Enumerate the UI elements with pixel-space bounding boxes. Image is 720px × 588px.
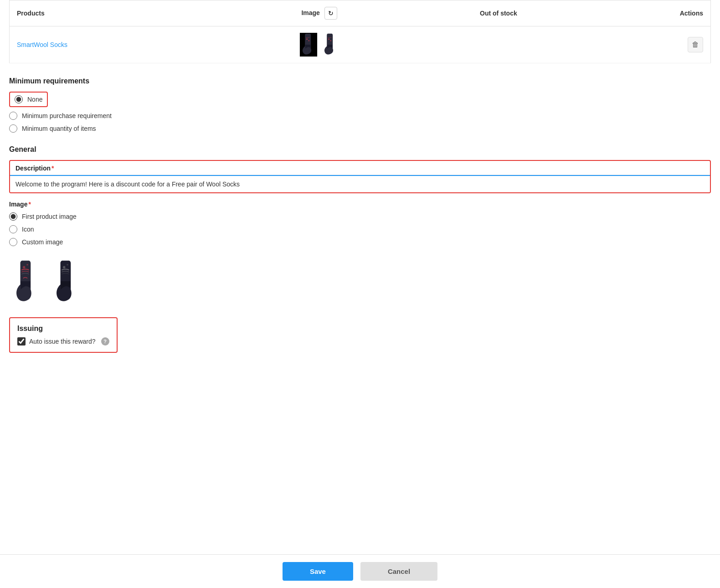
image-section: Image* First product image Icon Custom i… [9, 201, 711, 246]
svg-point-7 [26, 264, 28, 266]
col-out-of-stock: Out of stock [413, 0, 584, 26]
general-section: General Description* Image* First produc… [9, 145, 711, 304]
col-products: Products [10, 0, 226, 26]
save-button[interactable]: Save [283, 562, 353, 581]
delete-icon: 🗑 [692, 41, 699, 49]
svg-point-6 [23, 266, 25, 268]
delete-product-button[interactable]: 🗑 [688, 37, 703, 52]
out-of-stock-cell [413, 26, 584, 63]
auto-issue-checkbox[interactable] [17, 337, 26, 346]
radio-min-quantity-label: Minimum quantity of items [22, 125, 96, 132]
radio-custom-image-input[interactable] [9, 238, 17, 246]
svg-point-1 [306, 38, 307, 40]
table-row: SmartWool Socks [10, 26, 711, 63]
radio-icon[interactable]: Icon [9, 225, 711, 233]
sock-image-left [298, 33, 319, 57]
radio-custom-image-label: Custom image [22, 238, 63, 246]
radio-min-quantity-input[interactable] [9, 124, 17, 133]
radio-first-product-image-label: First product image [22, 213, 77, 220]
col-actions: Actions [584, 0, 711, 26]
description-field: Description* [9, 160, 711, 193]
radio-custom-image[interactable]: Custom image [9, 238, 711, 246]
actions-cell: 🗑 [584, 26, 711, 63]
issuing-box: Issuing Auto issue this reward? ? [9, 317, 118, 353]
radio-min-purchase-label: Minimum purchase requirement [22, 112, 112, 119]
help-icon[interactable]: ? [101, 337, 109, 346]
svg-point-9 [67, 264, 68, 266]
image-radio-group: First product image Icon Custom image [9, 212, 711, 246]
auto-issue-label: Auto issue this reward? [29, 338, 96, 345]
radio-first-product-image[interactable]: First product image [9, 212, 711, 221]
description-label: Description* [10, 161, 710, 175]
refresh-icon: ↻ [328, 10, 334, 17]
svg-point-4 [328, 38, 329, 40]
col-image: Image ↻ [226, 0, 412, 26]
product-image-cell [226, 26, 412, 63]
product-image-container [233, 33, 405, 57]
minimum-requirements-section: Minimum requirements None Minimum purcha… [9, 77, 711, 133]
general-title: General [9, 145, 711, 154]
radio-icon-label: Icon [22, 226, 34, 233]
radio-min-quantity[interactable]: Minimum quantity of items [9, 124, 711, 133]
radio-first-product-image-input[interactable] [9, 212, 17, 221]
refresh-image-button[interactable]: ↻ [324, 7, 337, 20]
sock-preview [9, 259, 711, 304]
sock-preview-right [49, 259, 86, 304]
svg-point-2 [308, 40, 309, 41]
minimum-requirements-group: None Minimum purchase requirement Minimu… [9, 92, 711, 133]
description-input[interactable] [10, 175, 710, 192]
radio-icon-input[interactable] [9, 225, 17, 233]
product-name-cell: SmartWool Socks [10, 26, 226, 63]
radio-min-purchase-input[interactable] [9, 112, 17, 120]
image-label: Image* [9, 201, 711, 208]
radio-none-label: None [27, 96, 42, 103]
svg-point-5 [330, 40, 331, 41]
issuing-section: Issuing Auto issue this reward? ? [9, 317, 711, 369]
sock-image-right [320, 33, 340, 57]
minimum-requirements-title: Minimum requirements [9, 77, 711, 85]
radio-min-purchase[interactable]: Minimum purchase requirement [9, 112, 711, 120]
footer-bar: Save Cancel [0, 554, 720, 588]
auto-issue-item: Auto issue this reward? ? [17, 337, 109, 346]
product-link[interactable]: SmartWool Socks [17, 41, 67, 48]
radio-none[interactable]: None [9, 92, 711, 107]
products-table: Products Image ↻ Out of stock Actions [9, 0, 711, 63]
radio-none-input[interactable] [15, 95, 23, 103]
sock-preview-left [9, 259, 46, 304]
cancel-button[interactable]: Cancel [360, 562, 437, 581]
svg-point-8 [63, 266, 65, 268]
issuing-title: Issuing [17, 325, 109, 333]
